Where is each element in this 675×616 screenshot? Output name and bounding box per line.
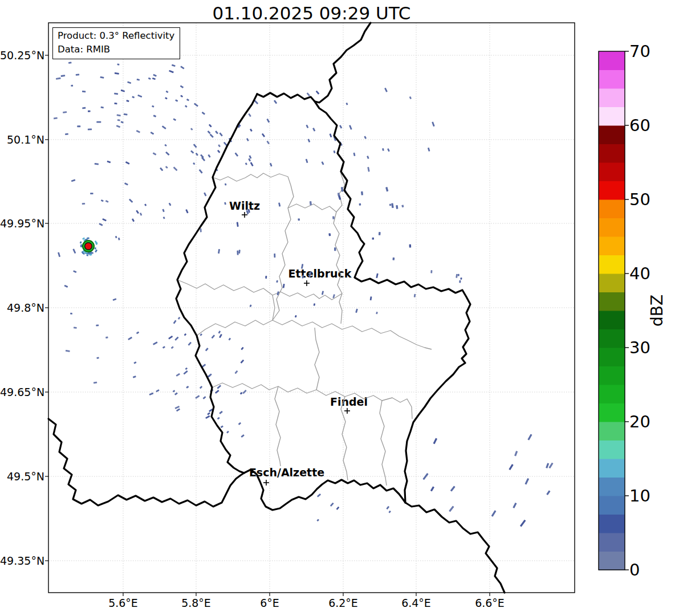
colorbar [599,51,629,570]
data-source-line: Data: RMIB [58,43,174,56]
plot-frame [45,23,575,596]
map-canvas [0,0,675,616]
weather-radar-figure: 01.10.2025 09:29 UTC Product: 0.3° Refle… [0,0,675,616]
radar-site-marker [80,237,98,256]
district-borders-layer [177,165,432,486]
product-line: Product: 0.3° Reflectivity [58,29,174,43]
city-markers-layer [242,212,350,486]
grid-layer [48,23,575,593]
radar-echo-speckles-layer [54,62,554,527]
product-info-box: Product: 0.3° Reflectivity Data: RMIB [52,27,180,59]
